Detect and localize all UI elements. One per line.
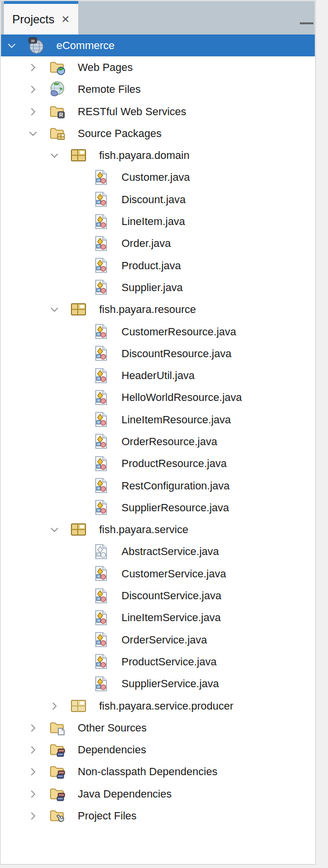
chevron-right-icon[interactable]: [28, 745, 38, 755]
java-class-icon: [92, 367, 110, 384]
tree-item-lineitemresource-java[interactable]: LineItemResource.java: [1, 409, 315, 431]
tree-item-customerservice-java[interactable]: CustomerService.java: [1, 563, 315, 585]
tree-item-label: Web Pages: [78, 61, 133, 74]
chevron-down-icon[interactable]: [28, 129, 38, 139]
package-icon: [70, 301, 87, 318]
chevron-right-icon[interactable]: [28, 767, 38, 777]
tab-projects[interactable]: Projects ✕: [4, 1, 78, 35]
chevron-right-icon[interactable]: [28, 723, 38, 733]
tab-projects-label: Projects: [12, 13, 54, 26]
java-class-icon: [92, 565, 110, 583]
tree-item-fish-payara-service-producer[interactable]: fish.payara.service.producer: [1, 695, 315, 717]
chevron-spacer: [72, 437, 82, 447]
chevron-right-icon[interactable]: [28, 63, 38, 72]
tree-item-label: Customer.java: [121, 171, 190, 184]
tree-item-restconfiguration-java[interactable]: RestConfiguration.java: [1, 475, 315, 497]
chevron-spacer: [72, 371, 82, 381]
chevron-spacer: [72, 569, 82, 579]
close-icon[interactable]: ✕: [61, 14, 70, 24]
tree-item-fish-payara-domain[interactable]: fish.payara.domain: [1, 144, 315, 166]
java-class-icon: [92, 411, 110, 429]
folder-projectfiles-icon: [49, 807, 66, 825]
projects-panel: Projects ✕ meCommerceWeb PagesRemote Fil…: [0, 0, 316, 865]
chevron-spacer: [72, 261, 82, 271]
tree-item-other-sources[interactable]: Other Sources: [1, 717, 315, 739]
package-icon: [70, 147, 87, 164]
chevron-spacer: [72, 283, 82, 293]
tree-item-label: OrderService.java: [121, 634, 207, 646]
tree-item-remote-files[interactable]: Remote Files: [1, 79, 315, 101]
java-class-icon: [92, 455, 110, 472]
tree-item-customer-java[interactable]: Customer.java: [1, 167, 315, 189]
chevron-down-icon[interactable]: [7, 41, 17, 51]
folder-deps-icon: [49, 763, 66, 781]
tree-item-order-java[interactable]: Order.java: [1, 233, 315, 255]
tree-item-label: Other Sources: [78, 722, 147, 734]
tree-item-label: RestConfiguration.java: [121, 480, 230, 492]
tree-item-productresource-java[interactable]: ProductResource.java: [1, 453, 315, 475]
tree-item-abstractservice-java[interactable]: AbstractService.java: [1, 541, 315, 563]
tree-item-label: Java Dependencies: [78, 788, 172, 800]
tree-item-label: LineItemService.java: [121, 611, 221, 624]
java-class-icon: [92, 323, 110, 341]
tree-item-label: ProductService.java: [121, 656, 217, 668]
chevron-spacer: [72, 503, 82, 513]
tree-item-fish-payara-resource[interactable]: fish.payara.resource: [1, 299, 315, 321]
tree-item-label: Discount.java: [121, 193, 186, 206]
folder-deps-icon: [49, 741, 66, 759]
folder-other-icon: [49, 719, 66, 737]
minimize-dash-icon[interactable]: [300, 22, 313, 24]
tree-item-label: Supplier.java: [121, 281, 183, 294]
chevron-spacer: [72, 459, 82, 469]
chevron-down-icon[interactable]: [50, 305, 59, 314]
tree-item-label: Source Packages: [78, 127, 161, 140]
tree-item-label: Dependencies: [78, 744, 146, 756]
chevron-spacer: [72, 217, 82, 226]
tree-item-label: fish.payara.service: [99, 523, 188, 536]
tree-item-restful-web-services[interactable]: RRESTful Web Services: [1, 101, 315, 122]
java-class-icon: [92, 653, 110, 671]
tree-item-non-classpath-dependencies[interactable]: Non-classpath Dependencies: [1, 761, 315, 783]
chevron-down-icon[interactable]: [50, 525, 59, 535]
java-class-icon: [92, 609, 110, 626]
tree-item-customerresource-java[interactable]: CustomerResource.java: [1, 321, 315, 343]
chevron-spacer: [72, 239, 82, 248]
chevron-right-icon[interactable]: [28, 85, 38, 94]
chevron-down-icon[interactable]: [50, 151, 59, 160]
chevron-spacer: [72, 635, 82, 645]
chevron-right-icon[interactable]: [28, 789, 38, 799]
tree-item-helloworldresource-java[interactable]: HelloWorldResource.java: [1, 387, 315, 409]
tree-item-orderservice-java[interactable]: OrderService.java: [1, 629, 315, 651]
tree-item-dependencies[interactable]: Dependencies: [1, 739, 315, 761]
folder-web-icon: [49, 59, 66, 76]
java-class-icon: [92, 587, 110, 605]
tree-item-fish-payara-service[interactable]: fish.payara.service: [1, 519, 315, 541]
tree-item-orderresource-java[interactable]: OrderResource.java: [1, 431, 315, 452]
tree-item-label: SupplierResource.java: [121, 502, 229, 514]
tree-item-headerutil-java[interactable]: HeaderUtil.java: [1, 365, 315, 386]
chevron-right-icon[interactable]: [50, 701, 59, 711]
chevron-spacer: [72, 327, 82, 337]
tree-item-label: OrderResource.java: [121, 435, 217, 448]
tree-item-source-packages[interactable]: Source Packages: [1, 122, 315, 144]
chevron-right-icon[interactable]: [28, 107, 38, 117]
tree-item-lineitem-java[interactable]: LineItem.java: [1, 210, 315, 232]
tree-item-supplierresource-java[interactable]: SupplierResource.java: [1, 497, 315, 519]
tree-item-discountservice-java[interactable]: DiscountService.java: [1, 585, 315, 607]
java-class-icon: [92, 389, 110, 406]
chevron-spacer: [72, 657, 82, 667]
tree-item-lineitemservice-java[interactable]: LineItemService.java: [1, 607, 315, 629]
tree-item-java-dependencies[interactable]: Java Dependencies: [1, 783, 315, 805]
tree-item-product-java[interactable]: Product.java: [1, 255, 315, 277]
tree-item-discount-java[interactable]: Discount.java: [1, 189, 315, 210]
svg-text:R: R: [59, 112, 63, 118]
tree-item-supplier-java[interactable]: Supplier.java: [1, 277, 315, 298]
chevron-spacer: [72, 613, 82, 623]
tree-item-supplierservice-java[interactable]: SupplierService.java: [1, 673, 315, 695]
tree-item-discountresource-java[interactable]: DiscountResource.java: [1, 343, 315, 365]
tree-item-project-files[interactable]: Project Files: [1, 805, 315, 827]
tree-item-web-pages[interactable]: Web Pages: [1, 56, 315, 78]
tree-item-ecommerce[interactable]: meCommerce: [1, 35, 315, 56]
tree-item-productservice-java[interactable]: ProductService.java: [1, 651, 315, 673]
chevron-right-icon[interactable]: [28, 811, 38, 821]
